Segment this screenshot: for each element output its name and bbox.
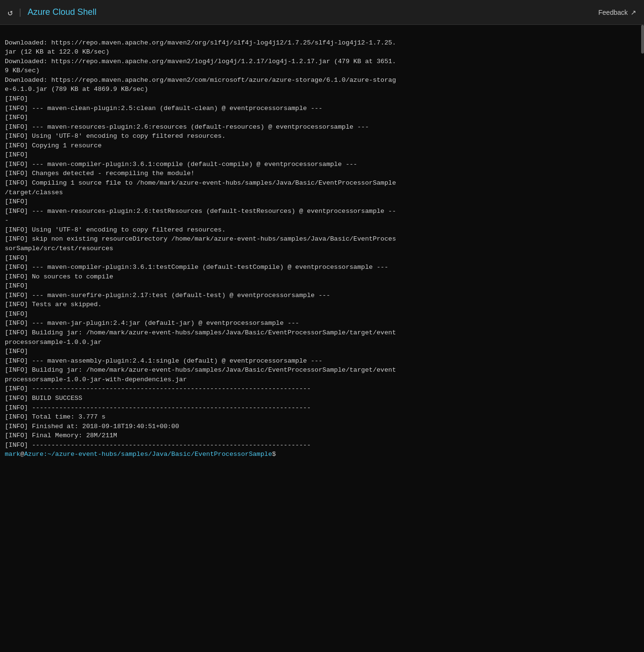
terminal-line: e-6.1.0.jar (789 KB at 4869.9 KB/sec)	[5, 85, 639, 94]
terminal-line: /target/classes	[5, 188, 639, 198]
separator: |	[18, 8, 23, 17]
external-link-icon: ↗	[631, 9, 636, 16]
terminal-line: [INFO] Building jar: /home/mark/azure-ev…	[5, 328, 639, 338]
terminal-line: [INFO]	[5, 113, 639, 122]
prompt-user: mark	[5, 451, 20, 458]
terminal-line: [INFO] No sources to compile	[5, 272, 639, 282]
terminal-output: Downloaded: https://repo.maven.apache.or…	[0, 25, 644, 652]
title-bar-left: ↺ | Azure Cloud Shell	[8, 7, 97, 18]
prompt-host: Azure	[24, 451, 44, 458]
scrollbar[interactable]	[641, 25, 644, 54]
terminal-line: [INFO] --- maven-assembly-plugin:2.4.1:s…	[5, 356, 639, 366]
terminal-line: [INFO] --- maven-compiler-plugin:3.6.1:c…	[5, 160, 639, 169]
terminal-line: [INFO] Changes detected - recompiling th…	[5, 169, 639, 178]
terminal-line: [INFO] ---------------------------------…	[5, 403, 639, 413]
feedback-label: Feedback	[599, 9, 628, 16]
terminal-line: [INFO] --- maven-compiler-plugin:3.6.1:t…	[5, 263, 639, 272]
terminal-line: [INFO] --- maven-surefire-plugin:2.17:te…	[5, 291, 639, 300]
terminal-line: [INFO] --- maven-jar-plugin:2.4:jar (def…	[5, 319, 639, 328]
terminal-line: -	[5, 216, 639, 225]
terminal-line: [INFO]	[5, 281, 639, 291]
terminal-line: [INFO] ---------------------------------…	[5, 384, 639, 394]
terminal-line: [INFO]	[5, 254, 639, 263]
feedback-button[interactable]: Feedback ↗	[599, 9, 636, 16]
terminal-line: [INFO]	[5, 150, 639, 160]
terminal-line: [INFO] --- maven-resources-plugin:2.6:te…	[5, 207, 639, 216]
terminal-line: [INFO] Building jar: /home/mark/azure-ev…	[5, 365, 639, 375]
terminal-line: [INFO] Using 'UTF-8' encoding to copy fi…	[5, 132, 639, 141]
terminal-line: [INFO] --- maven-clean-plugin:2.5:clean …	[5, 104, 639, 113]
terminal-line: processorsample-1.0.0-jar-with-dependenc…	[5, 375, 639, 385]
terminal-line: [INFO]	[5, 347, 639, 356]
terminal-line: [INFO] Compiling 1 source file to /home/…	[5, 178, 639, 188]
terminal-line: [INFO] Using 'UTF-8' encoding to copy fi…	[5, 225, 639, 235]
prompt-dollar: $	[272, 451, 276, 458]
terminal-line: Downloaded: https://repo.maven.apache.or…	[5, 57, 639, 66]
title-bar: ↺ | Azure Cloud Shell Feedback ↗	[0, 0, 644, 25]
terminal-prompt-line: mark@Azure:~/azure-event-hubs/samples/Ja…	[5, 450, 639, 459]
terminal-line: [INFO] Final Memory: 28M/211M	[5, 431, 639, 441]
terminal-line: 9 KB/sec)	[5, 66, 639, 76]
terminal-line: [INFO] skip non existing resourceDirecto…	[5, 234, 639, 244]
terminal-line: Downloaded: https://repo.maven.apache.or…	[5, 38, 639, 48]
terminal-line: jar (12 KB at 122.0 KB/sec)	[5, 47, 639, 57]
terminal-line: processorsample-1.0.0.jar	[5, 338, 639, 347]
terminal-line: [INFO] ---------------------------------…	[5, 441, 639, 450]
terminal-line: [INFO] --- maven-resources-plugin:2.6:re…	[5, 122, 639, 132]
terminal-line: [INFO]	[5, 94, 639, 104]
terminal-line: Downloaded: https://repo.maven.apache.or…	[5, 76, 639, 85]
terminal-line: sorSample/src/test/resources	[5, 244, 639, 254]
terminal-line: [INFO] Finished at: 2018-09-18T19:40:51+…	[5, 422, 639, 431]
terminal-line: [INFO]	[5, 309, 639, 319]
terminal-line: [INFO] BUILD SUCCESS	[5, 394, 639, 403]
refresh-icon[interactable]: ↺	[8, 7, 13, 18]
prompt-path: :~/azure-event-hubs/samples/Java/Basic/E…	[44, 451, 272, 458]
terminal-line: [INFO] Tests are skipped.	[5, 300, 639, 309]
terminal-line: [INFO]	[5, 197, 639, 207]
terminal-line: [INFO] Total time: 3.777 s	[5, 412, 639, 422]
terminal-line: [INFO] Copying 1 resource	[5, 141, 639, 151]
app-title: Azure Cloud Shell	[28, 7, 97, 17]
